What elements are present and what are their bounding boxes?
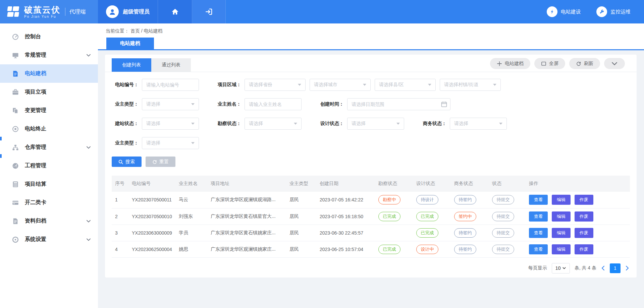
caret-down-icon — [294, 123, 297, 125]
prev-page-button[interactable] — [601, 265, 605, 271]
cell-address: 广东深圳龙华区黄石镇姚家庄... — [207, 225, 286, 241]
station-no-input[interactable] — [142, 79, 199, 91]
chevron-down-icon — [87, 54, 91, 57]
sidebar-scrollbar-mark[interactable] — [0, 137, 2, 140]
per-page-select[interactable]: 10 — [552, 263, 570, 273]
design-status-badge: 待设计 — [416, 195, 438, 204]
sidebar-scrollbar-mark[interactable] — [0, 154, 2, 158]
owner-name-label: 业主姓名： — [214, 101, 241, 107]
collapse-toolbar-button[interactable] — [604, 58, 625, 69]
brand-block: 破茧云伏 Po Jian Yun Fu 代理端 — [0, 0, 98, 23]
breadcrumb-path[interactable]: 首页 / 电站建档 — [130, 28, 163, 34]
per-page-value: 10 — [555, 265, 561, 271]
view-button[interactable]: 查看 — [529, 244, 548, 254]
business-status-select[interactable]: 请选择 — [450, 118, 507, 130]
chevron-down-icon — [87, 146, 91, 149]
edit-button[interactable]: 编辑 — [552, 211, 571, 222]
stop-record-icon — [12, 126, 19, 132]
design-status-select[interactable]: 请选择 — [347, 118, 404, 130]
owner-type-select[interactable]: 请选择 — [142, 98, 199, 110]
survey-status-select[interactable]: 请选择 — [245, 118, 302, 130]
cell-no: 1 — [112, 192, 128, 208]
create-station-button[interactable]: 电站建档 — [490, 58, 530, 69]
county-select[interactable]: 请选择县/区 — [375, 79, 436, 91]
owner-name-input[interactable] — [245, 98, 302, 110]
sidebar-item-label: 工程管理 — [25, 162, 46, 169]
view-button[interactable]: 查看 — [529, 228, 548, 238]
sidebar-item-system-settings[interactable]: 系统设置 — [0, 230, 98, 249]
reset-button[interactable]: 重置 — [146, 157, 175, 167]
col-no: 序号 — [112, 176, 128, 192]
city-select[interactable]: 请选择城市 — [310, 79, 371, 91]
brand-logo-icon — [5, 5, 21, 18]
table-row: 4 YX2023062500004 姚思 广东深圳龙华区观澜镇姚家庄... 居民… — [112, 241, 630, 257]
region-label: 项目区域： — [214, 82, 241, 88]
cell-code: YX2023062500004 — [128, 241, 175, 257]
topbar-nav: 电站建设 监控运维 — [547, 0, 644, 23]
status-badge: 待提交 — [492, 245, 514, 254]
sidebar-item-change-mgmt[interactable]: 变更管理 — [0, 101, 98, 120]
nav-monitor-ops[interactable]: 监控运维 — [596, 6, 631, 17]
view-button[interactable]: 查看 — [529, 211, 548, 222]
next-page-button[interactable] — [625, 265, 629, 271]
sidebar-item-station-archive[interactable]: 电站建档 — [0, 64, 98, 83]
sidebar-item-station-terminate[interactable]: 电站终止 — [0, 120, 98, 138]
tab-create-list[interactable]: 创建列表 — [112, 58, 151, 72]
brand-divider — [65, 8, 65, 16]
col-ops: 操作 — [526, 176, 630, 192]
sidebar-item-data-archive[interactable]: 资料归档 — [0, 212, 98, 230]
wrench-circle — [596, 6, 607, 17]
edit-button[interactable]: 编辑 — [552, 228, 571, 238]
void-button[interactable]: 作废 — [575, 244, 593, 254]
sidebar-item-open-type2-card[interactable]: 开二类卡 — [0, 193, 98, 212]
design-status-placeholder: 请选择 — [352, 121, 366, 127]
breadcrumb-label: 当前位置： — [106, 28, 129, 34]
void-button[interactable]: 作废 — [575, 228, 593, 238]
page-tab-station-archive[interactable]: 电站建档 — [106, 38, 154, 49]
date-range-input[interactable] — [347, 98, 450, 110]
refresh-button[interactable]: 刷新 — [569, 58, 600, 69]
avatar — [106, 5, 119, 18]
caret-down-icon — [191, 123, 195, 125]
sidebar-item-general-mgmt[interactable]: 常规管理 — [0, 46, 98, 64]
brand-name: 破茧云伏 — [24, 5, 60, 14]
exit-icon — [205, 8, 213, 16]
town-select[interactable]: 请选择村镇/街道 — [440, 79, 501, 91]
sidebar-item-project-initiation[interactable]: 项目立项 — [0, 83, 98, 101]
sidebar-item-engineering-mgmt[interactable]: 工程管理 — [0, 157, 98, 175]
page-number-1[interactable]: 1 — [610, 263, 621, 273]
business-status-badge: 签约中 — [454, 212, 476, 221]
sidebar-item-label: 系统设置 — [25, 236, 46, 243]
owner-type2-select[interactable]: 请选择 — [142, 137, 199, 149]
build-status-select[interactable]: 请选择 — [142, 118, 199, 130]
status-badge: 待提交 — [492, 212, 514, 221]
user-menu[interactable]: 超级管理员 — [98, 0, 158, 23]
void-button[interactable]: 作废 — [575, 195, 593, 205]
void-button[interactable]: 作废 — [575, 211, 593, 222]
tab-passed-list[interactable]: 通过列表 — [151, 58, 191, 72]
sidebar-item-project-settlement[interactable]: 项目结算 — [0, 175, 98, 193]
edit-button[interactable]: 编辑 — [552, 244, 571, 254]
logout-button[interactable] — [192, 0, 226, 23]
calculator-icon — [12, 181, 19, 188]
sidebar-item-label: 项目立项 — [25, 88, 46, 96]
nav-station-build[interactable]: 电站建设 — [547, 6, 581, 17]
cell-owner: 姚思 — [175, 241, 207, 257]
wrench-icon — [599, 9, 604, 14]
fullscreen-button[interactable]: 全屏 — [534, 58, 565, 69]
view-button[interactable]: 查看 — [529, 195, 548, 205]
sidebar-item-label: 开二类卡 — [25, 199, 46, 206]
edit-button[interactable]: 编辑 — [552, 195, 571, 205]
cell-date: 2023-07-05 16:18:50 — [316, 208, 375, 225]
home-icon — [171, 8, 179, 15]
caret-down-icon — [499, 123, 502, 125]
home-button[interactable] — [158, 0, 192, 23]
brand-text: 破茧云伏 Po Jian Yun Fu — [24, 5, 60, 18]
brand-name-pinyin: Po Jian Yun Fu — [24, 15, 60, 18]
filter-row-3: 建站状态： 请选择 勘察状态： 请选择 设计 — [112, 118, 630, 130]
sidebar-item-dashboard[interactable]: 控制台 — [0, 27, 98, 46]
caret-down-icon — [493, 84, 496, 86]
province-select[interactable]: 请选择省份 — [245, 79, 306, 91]
sidebar-item-warehouse-mgmt[interactable]: 仓库管理 — [0, 138, 98, 157]
search-button[interactable]: 搜索 — [112, 157, 142, 167]
